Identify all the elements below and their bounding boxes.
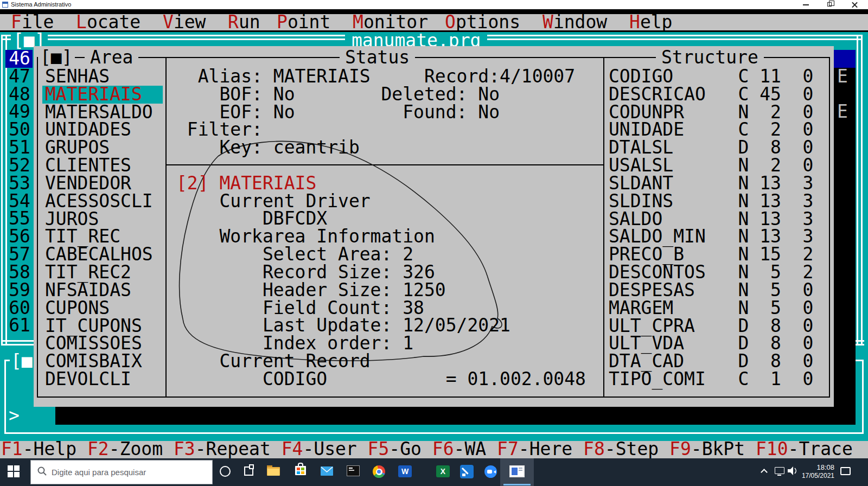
window-title: Sistema Administrativo <box>11 1 71 8</box>
blue-app-icon[interactable] <box>460 465 474 478</box>
function-key-bar: F1-Help F2-Zoom F3-Repeat F4-User F5-Go … <box>0 441 868 458</box>
notifications-icon[interactable] <box>840 467 851 475</box>
volume-icon[interactable] <box>788 466 799 476</box>
fkey-f5[interactable]: F5-Go <box>368 438 432 459</box>
active-dos-app-icon[interactable] <box>500 458 534 486</box>
structure-field-codigo: CODIGO C 11 0 <box>609 68 814 86</box>
start-icon[interactable] <box>8 465 21 478</box>
search-icon <box>37 466 48 477</box>
menu-item-view[interactable]: View <box>163 13 206 31</box>
app-icon <box>2 2 8 8</box>
shadow-code-text: E <box>837 103 848 121</box>
cortana-icon[interactable] <box>220 466 231 477</box>
menu-item-options[interactable]: Options <box>445 13 520 31</box>
network-icon[interactable] <box>775 467 784 474</box>
status-row: Alias: MATERIAIS Record:4/10007 <box>176 68 575 86</box>
command-window-close-icon[interactable]: [■ <box>10 353 34 370</box>
area-item-acessoscli[interactable]: ACESSOSCLI <box>42 193 163 210</box>
dialog-shadow-bottom <box>55 407 856 425</box>
command-window-left-border <box>4 360 6 434</box>
fkey-f7[interactable]: F7-Here <box>497 438 583 459</box>
structure-field-margem: MARGEM N 5 0 <box>609 299 814 317</box>
dialog-border <box>37 397 830 398</box>
chrome-icon[interactable] <box>373 465 385 478</box>
menu-bar: FileLocateViewRunPointMonitorOptionsWind… <box>0 14 868 30</box>
code-line-number-59: 59 <box>5 282 33 299</box>
workarea-info-row: Select Area: 2 <box>176 246 413 264</box>
fkey-f1[interactable]: F1-Help <box>1 438 87 459</box>
structure-field-descricao: DESCRICAO C 45 0 <box>609 86 814 104</box>
menu-item-locate[interactable]: Locate <box>76 13 141 31</box>
task-view-icon[interactable] <box>244 466 253 476</box>
area-item-senhas[interactable]: SENHAS <box>42 68 163 86</box>
code-line-number-52: 52 <box>5 157 33 175</box>
menu-item-file[interactable]: File <box>11 13 54 31</box>
minimize-icon[interactable] <box>795 0 817 9</box>
menu-item-monitor[interactable]: Monitor <box>353 13 428 31</box>
mail-icon[interactable] <box>321 466 333 476</box>
status-row: Key: ceantrib <box>176 139 360 157</box>
clock-date: 17/05/2021 <box>802 472 834 480</box>
excel-icon[interactable]: X <box>436 465 450 477</box>
tray-chevron-icon[interactable] <box>761 469 768 476</box>
area-item-tit_rec2[interactable]: TIT_REC2 <box>42 264 163 282</box>
area-pane-title: Area <box>85 49 138 66</box>
area-item-vendedor[interactable]: VENDEDOR <box>42 175 163 193</box>
area-item-materiais[interactable]: MATERIAIS <box>42 86 163 104</box>
terminal-icon[interactable] <box>347 465 360 476</box>
dialog-border <box>829 57 830 398</box>
fkey-f4[interactable]: F4-User <box>282 438 368 459</box>
menu-item-help[interactable]: Help <box>629 13 672 31</box>
word-icon[interactable]: W <box>398 465 412 477</box>
fkey-f9[interactable]: F9-BkPt <box>669 438 756 459</box>
structure-field-tipo_comi: TIPO_COMI C 1 0 <box>609 370 814 388</box>
code-line-number-46: 46 <box>5 50 33 68</box>
status-divider <box>167 164 603 165</box>
command-window-right-border <box>862 361 864 434</box>
area-item-devolcli[interactable]: DEVOLCLI <box>42 370 163 388</box>
workarea-info-row: Record Size: 326 <box>176 264 435 282</box>
structure-field-descontos: DESCONTOS N 5 2 <box>609 264 814 282</box>
workarea-info-row: [2] MATERIAIS <box>176 175 316 193</box>
workarea-info-row: Current Record <box>176 353 371 370</box>
dialog-border <box>37 57 38 398</box>
command-prompt[interactable]: > <box>9 407 20 425</box>
command-window-bottom-border <box>4 432 864 434</box>
clock-time: 18:08 <box>802 463 834 472</box>
structure-field-sldant: SLDANT N 13 3 <box>609 175 814 193</box>
screen: Sistema Administrativo FileLocateViewRun… <box>0 0 868 486</box>
microsoft-store-icon[interactable] <box>295 466 306 475</box>
code-line-number-57: 57 <box>5 246 33 264</box>
code-window-bottom-border <box>1 340 35 346</box>
fkey-f8[interactable]: F8-Step <box>583 438 669 459</box>
menu-item-window[interactable]: Window <box>542 13 607 31</box>
zoom-app-icon[interactable] <box>484 465 497 478</box>
pane-separator-area-status <box>165 57 167 398</box>
status-row: BOF: No Deleted: No <box>176 86 500 104</box>
area-item-nfsaidas[interactable]: NFSAIDAS <box>42 282 163 299</box>
structure-field-despesas: DESPESAS N 5 0 <box>609 282 814 299</box>
taskbar: W X 18:08 17/05/2021 <box>0 458 868 486</box>
fkey-f2[interactable]: F2-Zoom <box>87 438 174 459</box>
structure-field-sldins: SLDINS N 13 3 <box>609 193 814 210</box>
structure-pane-title: Structure <box>656 49 764 66</box>
code-window-bottom-border-right <box>856 340 864 346</box>
fkey-f3[interactable]: F3-Repeat <box>174 438 282 459</box>
menu-item-point[interactable]: Point <box>277 13 330 31</box>
menu-item-run[interactable]: Run <box>228 13 260 31</box>
workarea-info-row: Header Size: 1250 <box>176 282 446 299</box>
fkey-f6[interactable]: F6-WA <box>432 438 497 459</box>
dialog-close-icon[interactable]: [■] <box>38 49 75 66</box>
code-line-number-61: 61 <box>5 317 33 335</box>
area-item-cupons[interactable]: CUPONS <box>42 299 163 317</box>
search-input[interactable] <box>30 460 213 484</box>
fkey-f10[interactable]: F10-Trace <box>756 438 864 459</box>
file-explorer-icon[interactable] <box>267 467 280 476</box>
window-titlebar: Sistema Administrativo <box>0 0 868 9</box>
code-window-right-border <box>857 35 863 346</box>
workarea-info-row: CODIGO = 01.002.0048 <box>176 370 586 388</box>
restore-icon[interactable] <box>819 0 841 9</box>
tray-clock[interactable]: 18:08 17/05/2021 <box>802 463 834 480</box>
close-icon[interactable] <box>844 0 866 9</box>
code-line-number-53: 53 <box>5 175 33 193</box>
